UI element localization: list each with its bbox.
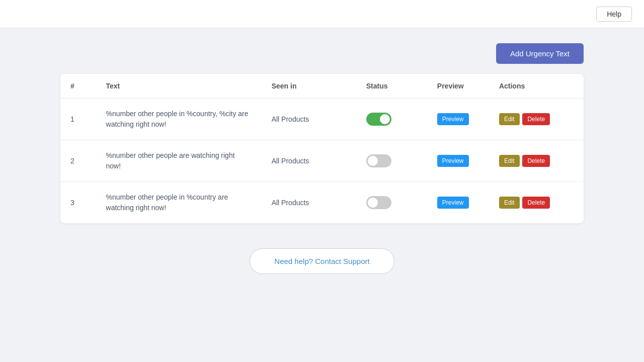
page-content: Add Urgency Text # Text Seen in Status P… xyxy=(0,28,644,289)
toggle-slider-0 xyxy=(366,113,391,126)
top-bar: Help xyxy=(0,0,644,28)
cell-actions-2: Edit Delete xyxy=(489,182,584,224)
preview-button-1[interactable]: Preview xyxy=(437,155,469,167)
cell-status-1 xyxy=(356,140,427,182)
col-header-text: Text xyxy=(96,74,262,99)
table-row: 1 %number other people in %country, %cit… xyxy=(60,99,584,140)
cell-preview-2: Preview xyxy=(427,182,489,224)
cell-status-2 xyxy=(356,182,427,224)
delete-button-2[interactable]: Delete xyxy=(522,197,550,209)
toggle-2[interactable] xyxy=(366,196,391,209)
cell-num-1: 2 xyxy=(60,140,96,182)
edit-button-2[interactable]: Edit xyxy=(499,197,520,209)
col-header-seen-in: Seen in xyxy=(262,74,356,99)
support-section: Need help? Contact Support xyxy=(60,248,584,274)
cell-actions-0: Edit Delete xyxy=(489,99,584,140)
cell-text-0: %number other people in %country, %city … xyxy=(96,99,262,140)
cell-preview-0: Preview xyxy=(427,99,489,140)
table-row: 2 %number other people are watching righ… xyxy=(60,140,584,182)
cell-seen-in-0: All Products xyxy=(262,99,356,140)
col-header-num: # xyxy=(60,74,96,99)
cell-seen-in-2: All Products xyxy=(262,182,356,224)
toggle-0[interactable] xyxy=(366,113,391,126)
cell-preview-1: Preview xyxy=(427,140,489,182)
cell-status-0 xyxy=(356,99,427,140)
add-urgency-button[interactable]: Add Urgency Text xyxy=(496,43,584,64)
urgency-table: # Text Seen in Status Preview Actions 1 … xyxy=(60,74,584,223)
cell-seen-in-1: All Products xyxy=(262,140,356,182)
cell-text-2: %number other people in %country are wat… xyxy=(96,182,262,224)
col-header-status: Status xyxy=(356,74,427,99)
cell-actions-1: Edit Delete xyxy=(489,140,584,182)
action-bar: Add Urgency Text xyxy=(60,43,584,64)
toggle-1[interactable] xyxy=(366,154,391,167)
table-header-row: # Text Seen in Status Preview Actions xyxy=(60,74,584,99)
col-header-actions: Actions xyxy=(489,74,584,99)
toggle-slider-1 xyxy=(366,154,391,167)
toggle-slider-2 xyxy=(366,196,391,209)
delete-button-1[interactable]: Delete xyxy=(522,155,550,167)
col-header-preview: Preview xyxy=(427,74,489,99)
cell-num-0: 1 xyxy=(60,99,96,140)
help-button[interactable]: Help xyxy=(596,7,632,22)
table-row: 3 %number other people in %country are w… xyxy=(60,182,584,224)
preview-button-2[interactable]: Preview xyxy=(437,197,469,209)
delete-button-0[interactable]: Delete xyxy=(522,113,550,125)
edit-button-0[interactable]: Edit xyxy=(499,113,520,125)
edit-button-1[interactable]: Edit xyxy=(499,155,520,167)
preview-button-0[interactable]: Preview xyxy=(437,113,469,125)
cell-num-2: 3 xyxy=(60,182,96,224)
contact-support-link[interactable]: Need help? Contact Support xyxy=(250,248,394,274)
cell-text-1: %number other people are watching right … xyxy=(96,140,262,182)
urgency-table-container: # Text Seen in Status Preview Actions 1 … xyxy=(60,74,584,223)
